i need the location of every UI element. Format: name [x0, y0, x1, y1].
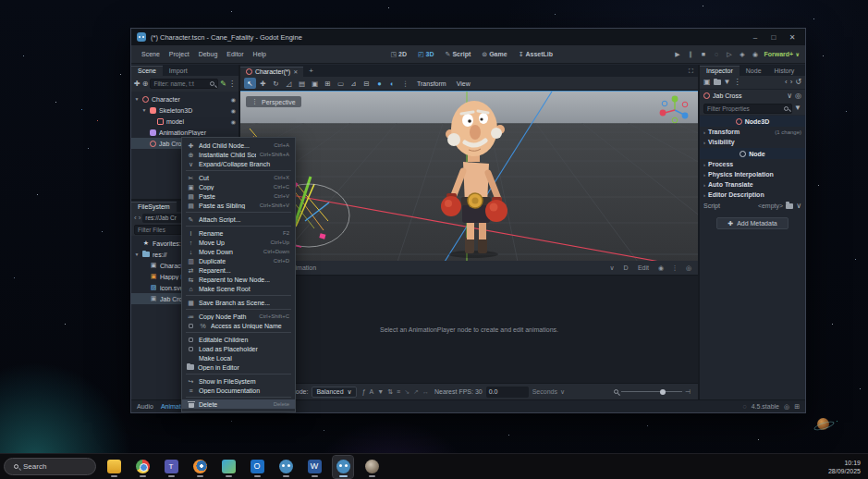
zoom-slider-track[interactable]: [621, 391, 682, 392]
load-resource-folder-icon[interactable]: [714, 80, 721, 85]
tab-scene[interactable]: Scene: [131, 66, 163, 76]
context-menu-item-paste[interactable]: ▤PasteCtrl+V: [182, 191, 295, 201]
title-bar[interactable]: (*) Character.tscn - Cane_Fatality - God…: [131, 29, 805, 45]
context-menu-item-expand-collapse-branch[interactable]: ∨Expand/Collapse Branch: [182, 159, 295, 168]
menu-project[interactable]: Project: [165, 48, 194, 60]
context-menu-item-attach-script-[interactable]: ✎Attach Script...: [182, 215, 295, 224]
context-menu-item-duplicate[interactable]: ▥DuplicateCtrl+D: [182, 256, 295, 265]
select-tool-icon[interactable]: ↖: [244, 78, 256, 89]
new-scene-tab-button[interactable]: +: [303, 67, 319, 77]
minimize-button[interactable]: –: [748, 31, 763, 43]
context-menu-item-rename[interactable]: IRenameF2: [182, 228, 295, 238]
pin-icon[interactable]: ◎: [784, 403, 789, 411]
taskbar-icon-godot[interactable]: [333, 456, 353, 478]
collapse-arrow-icon[interactable]: ▼: [141, 107, 147, 113]
bottom-tab-audio[interactable]: Audio: [137, 403, 153, 410]
onion-skin-icon[interactable]: ◉: [655, 264, 666, 272]
visibility-eye-icon[interactable]: ◉: [231, 96, 236, 103]
tab-history[interactable]: History: [768, 67, 801, 76]
attach-script-button[interactable]: ✎: [220, 80, 226, 88]
renderer-dropdown[interactable]: Forward+ ∨: [764, 51, 800, 57]
menu-view[interactable]: View: [452, 80, 475, 87]
context-menu-item-cut[interactable]: ✂CutCtrl+X: [182, 173, 295, 182]
visibility-eye-icon[interactable]: ◉: [231, 118, 236, 125]
ease-out-icon[interactable]: ↗: [413, 388, 419, 395]
sort-tracks-icon[interactable]: ⇅: [387, 388, 393, 395]
group-icon[interactable]: ⊞: [322, 78, 334, 89]
inspector-group-physics-interpolation[interactable]: ›Physics Interpolation: [700, 169, 805, 179]
context-menu-item-reparent-[interactable]: ⇄Reparent...: [182, 265, 295, 275]
viewport-3d[interactable]: ⋮ Perspective: [240, 91, 698, 261]
pin-icon[interactable]: ◎: [683, 264, 694, 272]
instantiate-scene-button[interactable]: ⊕: [142, 80, 149, 88]
taskbar-icon-gimp[interactable]: [361, 456, 382, 478]
filter-funnel-icon[interactable]: ▼: [794, 104, 801, 112]
inspector-group-visibility[interactable]: ›Visibility: [700, 137, 805, 147]
zoom-slider-thumb[interactable]: [660, 389, 666, 395]
context-menu-item-add-child-node-[interactable]: ✚Add Child Node...Ctrl+A: [182, 141, 295, 150]
play-button[interactable]: ▶: [672, 51, 682, 58]
kebab-menu-icon[interactable]: ⋮: [228, 80, 236, 88]
animation-dropdown[interactable]: Animation: [287, 264, 604, 271]
bezier-mode-dropdown[interactable]: Balanced ∨: [312, 387, 356, 398]
close-button[interactable]: ✕: [785, 31, 800, 43]
collapse-arrow-icon[interactable]: ▼: [134, 252, 140, 257]
taskbar-icon-blender[interactable]: [189, 456, 210, 478]
history-forward-icon[interactable]: ›: [790, 79, 793, 86]
taskbar-icon-teams[interactable]: T: [161, 456, 181, 478]
tab-node[interactable]: Node: [740, 67, 768, 76]
context-menu-item-load-as-placeholder[interactable]: Load as Placeholder: [182, 344, 295, 353]
auto-fit-icon[interactable]: A: [370, 388, 374, 395]
context-menu-item-reparent-to-new-node-[interactable]: ⇆Reparent to New Node...: [182, 275, 295, 284]
context-menu-item-copy-node-path[interactable]: ≔Copy Node PathCtrl+Shift+C: [182, 312, 295, 321]
taskbar-clock[interactable]: 10:19 28/09/2025: [828, 459, 861, 475]
chevron-down-icon[interactable]: ∨: [606, 264, 617, 272]
ruler-icon[interactable]: ▭: [335, 78, 347, 89]
scene-node-model[interactable]: model◉: [131, 116, 238, 127]
context-menu-item-instantiate-child-scene-[interactable]: ⊕Instantiate Child Scene...Ctrl+Shift+A: [182, 150, 295, 159]
workspace-3d[interactable]: ◰3D: [413, 49, 439, 60]
save-resource-icon[interactable]: ▼: [724, 79, 731, 86]
context-menu-item-paste-as-sibling[interactable]: ▤Paste as SiblingCtrl+Shift+V: [182, 201, 295, 210]
debug-options-button[interactable]: ◌: [711, 51, 721, 57]
taskbar-search[interactable]: Search: [4, 458, 96, 475]
tab-character-scene[interactable]: Character(*) ✕: [240, 67, 303, 77]
filter-funnel-icon[interactable]: ▼: [377, 388, 384, 395]
kebab-menu-icon[interactable]: ⋮: [669, 264, 680, 272]
inspector-group-process[interactable]: ›Process: [700, 159, 805, 169]
context-menu-item-make-local[interactable]: Make Local: [182, 353, 295, 362]
tab-filesystem[interactable]: FileSystem: [131, 202, 177, 212]
ease-in-icon[interactable]: ↘: [404, 388, 410, 395]
pin-icon[interactable]: ◎: [795, 92, 801, 100]
curve-icon[interactable]: ƒ: [362, 388, 366, 395]
inspector-filter-input[interactable]: Filter Properties: [703, 104, 792, 114]
scale-tool-icon[interactable]: ◿: [283, 78, 295, 89]
menu-help[interactable]: Help: [249, 48, 271, 60]
context-menu-item-open-documentation[interactable]: ≡Open Documentation: [182, 386, 295, 395]
move-tool-icon[interactable]: ✚: [257, 78, 269, 89]
perspective-button[interactable]: ⋮ Perspective: [246, 96, 301, 107]
stop-button[interactable]: ■: [698, 51, 708, 57]
kebab-menu-icon[interactable]: ⋮: [399, 78, 411, 89]
context-menu-item-make-scene-root[interactable]: ⌂Make Scene Root: [182, 284, 295, 293]
add-node-button[interactable]: ✚: [134, 80, 141, 88]
taskbar-icon-word[interactable]: W: [304, 456, 324, 478]
lock-icon[interactable]: ▣: [309, 78, 321, 89]
scene-filter-input[interactable]: Filter: name, t:t: [150, 79, 218, 89]
maximize-button[interactable]: □: [766, 31, 781, 43]
chevron-down-icon[interactable]: ∨: [796, 203, 801, 210]
workspace-script[interactable]: ✎Script: [441, 49, 476, 60]
local-space-icon[interactable]: ⊿: [348, 78, 360, 89]
play-scene-button[interactable]: ▷: [724, 51, 734, 58]
movie-maker-button[interactable]: ◉: [750, 51, 760, 58]
play-custom-scene-button[interactable]: ◈: [737, 51, 747, 58]
folder-icon[interactable]: [786, 203, 793, 209]
track-list-icon[interactable]: ≡: [397, 388, 400, 395]
snap-icon[interactable]: ⊟: [361, 78, 373, 89]
taskbar-icon-godot[interactable]: [275, 456, 296, 478]
chevron-down-icon[interactable]: ∨: [787, 92, 792, 100]
taskbar-icon-file-explorer[interactable]: [104, 456, 124, 478]
workspace-game[interactable]: ⊙Game: [477, 49, 511, 60]
context-menu-item-move-up[interactable]: ↑Move UpCtrl+Up: [182, 238, 295, 247]
menu-debug[interactable]: Debug: [194, 48, 223, 60]
